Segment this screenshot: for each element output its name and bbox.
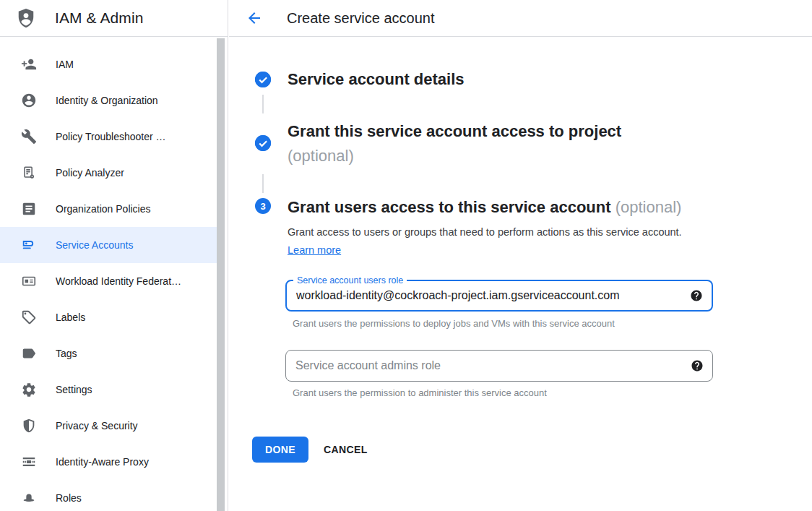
step3-title-text: Grant users access to this service accou… [288,198,611,216]
gcp-iam-admin-window: IAM & Admin IAM Identity & Organization [0,0,812,511]
step2-title-text: Grant this service account access to pro… [288,122,621,140]
step-connector [262,95,264,113]
service-account-admins-role-input[interactable] [295,359,683,372]
tag-icon [20,309,38,326]
shield-half-icon [20,417,38,434]
learn-more-link[interactable]: Learn more [288,244,341,256]
sidebar-item-label: Workload Identity Federat… [56,275,181,287]
done-button[interactable]: DONE [252,437,308,463]
sidebar-item-service-accounts[interactable]: Service Accounts [0,227,217,263]
sidebar-item-label: Organization Policies [56,203,151,215]
sidebar: IAM & Admin IAM Identity & Organization [0,0,228,511]
step3-number-badge: 3 [255,198,271,214]
form-actions: DONE CANCEL [252,437,376,463]
cancel-button[interactable]: CANCEL [315,437,376,463]
sidebar-item-policy-analyzer[interactable]: Policy Analyzer [0,155,217,191]
step3-number: 3 [260,201,265,212]
sidebar-item-privacy-security[interactable]: Privacy & Security [0,408,217,444]
account-circle-icon [20,92,38,109]
step2-completed-check-icon [255,135,271,151]
proxy-icon [20,453,38,471]
sidebar-item-label: Service Accounts [56,239,133,251]
sidebar-item-label: Labels [56,312,85,323]
step3-optional-label: (optional) [616,198,682,216]
id-card-icon [20,272,38,290]
service-account-users-role-input[interactable] [296,289,683,302]
admins-role-helper-text: Grant users the permission to administer… [293,387,547,398]
sidebar-item-label: Settings [56,384,92,395]
person-add-icon [20,56,38,73]
step3-description: Grant access to users or groups that nee… [288,223,694,259]
sidebar-header: IAM & Admin [0,0,228,37]
sidebar-item-identity-aware-proxy[interactable]: Identity-Aware Proxy [0,444,217,480]
service-account-admins-role-field [285,350,713,382]
step2-title: Grant this service account access to pro… [288,119,621,168]
sidebar-item-label: Policy Analyzer [56,167,124,179]
sidebar-item-labels[interactable]: Labels [0,299,217,335]
sidebar-item-organization-policies[interactable]: Organization Policies [0,191,217,227]
sidebar-item-label: Policy Troubleshooter … [56,131,166,142]
step2-optional-label: (optional) [288,147,354,165]
step1-title: Service account details [288,69,465,90]
step-connector [262,174,264,193]
sidebar-nav: IAM Identity & Organization Policy Troub… [0,37,228,511]
sidebar-item-label: Tags [56,348,77,359]
service-account-key-icon [20,236,38,254]
article-icon [20,200,38,218]
service-account-users-role-label: Service account users role [293,275,407,286]
sidebar-item-label: Identity-Aware Proxy [56,456,149,468]
step3-title: Grant users access to this service accou… [288,195,681,220]
sidebar-item-policy-troubleshooter[interactable]: Policy Troubleshooter … [0,119,217,155]
sidebar-item-label: Identity & Organization [56,95,158,106]
help-icon[interactable] [691,359,704,372]
sidebar-item-label: Privacy & Security [56,420,138,431]
document-gear-icon [20,164,38,181]
page-title: Create service account [287,10,435,27]
sidebar-item-settings[interactable]: Settings [0,372,217,408]
sidebar-item-label: IAM [56,59,74,70]
help-icon[interactable] [690,289,703,302]
sidebar-item-identity-organization[interactable]: Identity & Organization [0,82,217,119]
step1-completed-check-icon [255,72,271,87]
sidebar-scrollbar[interactable] [217,38,225,511]
wizard-content: Service account details Grant this servi… [229,37,812,511]
gear-icon [20,381,38,398]
iam-shield-icon [14,7,38,30]
back-arrow-icon[interactable] [246,9,263,27]
page-header: Create service account [229,0,812,37]
label-arrow-icon [20,345,38,362]
app-title: IAM & Admin [55,9,143,27]
main-panel: Create service account Service account d… [229,0,812,511]
hat-icon [20,489,38,507]
service-account-users-role-field: Service account users role [285,280,713,312]
step3-description-text: Grant access to users or groups that nee… [288,226,682,238]
sidebar-item-tags[interactable]: Tags [0,335,217,372]
sidebar-item-label: Roles [56,492,82,504]
sidebar-item-roles[interactable]: Roles [0,480,217,511]
sidebar-item-iam[interactable]: IAM [0,46,217,82]
sidebar-item-workload-identity-federation[interactable]: Workload Identity Federat… [0,263,217,299]
wrench-icon [20,128,38,145]
users-role-helper-text: Grant users the permissions to deploy jo… [293,318,615,329]
